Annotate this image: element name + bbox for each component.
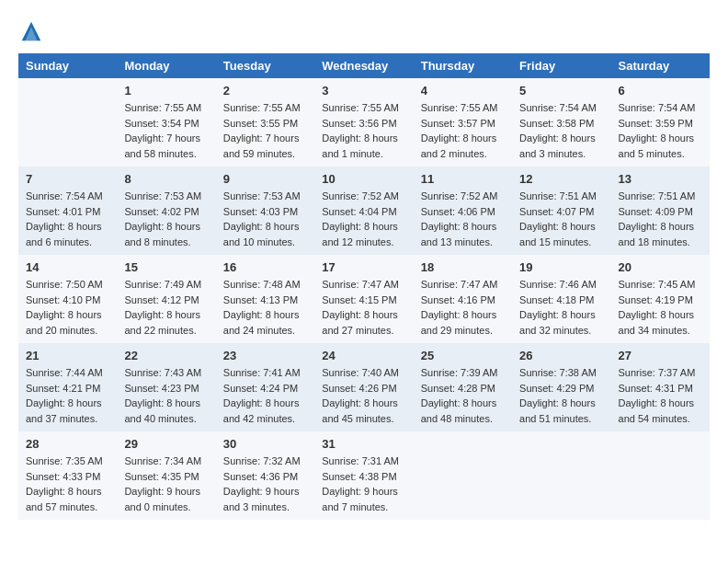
calendar-table: SundayMondayTuesdayWednesdayThursdayFrid… xyxy=(18,53,710,520)
column-header-wednesday: Wednesday xyxy=(314,53,413,78)
day-number: 10 xyxy=(322,172,405,186)
calendar-cell: 6Sunrise: 7:54 AMSunset: 3:59 PMDaylight… xyxy=(611,78,710,167)
calendar-header-row: SundayMondayTuesdayWednesdayThursdayFrid… xyxy=(18,53,710,78)
day-number: 26 xyxy=(519,349,603,362)
day-info: Sunrise: 7:48 AMSunset: 4:13 PMDaylight:… xyxy=(223,277,307,338)
column-header-tuesday: Tuesday xyxy=(216,53,314,78)
day-info: Sunrise: 7:32 AMSunset: 4:36 PMDaylight:… xyxy=(223,454,307,514)
day-info: Sunrise: 7:53 AMSunset: 4:03 PMDaylight:… xyxy=(223,189,307,249)
day-info: Sunrise: 7:54 AMSunset: 3:59 PMDaylight:… xyxy=(619,100,702,161)
day-number: 24 xyxy=(322,349,405,362)
day-info: Sunrise: 7:54 AMSunset: 3:58 PMDaylight:… xyxy=(519,100,603,161)
calendar-cell: 13Sunrise: 7:51 AMSunset: 4:09 PMDayligh… xyxy=(611,167,710,255)
day-info: Sunrise: 7:55 AMSunset: 3:57 PMDaylight:… xyxy=(421,100,505,161)
calendar-cell: 10Sunrise: 7:52 AMSunset: 4:04 PMDayligh… xyxy=(314,167,413,255)
calendar-cell: 5Sunrise: 7:54 AMSunset: 3:58 PMDaylight… xyxy=(512,78,610,167)
calendar-cell: 20Sunrise: 7:45 AMSunset: 4:19 PMDayligh… xyxy=(611,255,710,343)
day-info: Sunrise: 7:43 AMSunset: 4:23 PMDaylight:… xyxy=(124,365,208,426)
day-number: 9 xyxy=(223,172,307,186)
day-info: Sunrise: 7:50 AMSunset: 4:10 PMDaylight:… xyxy=(26,277,109,338)
day-info: Sunrise: 7:55 AMSunset: 3:54 PMDaylight:… xyxy=(124,100,208,161)
calendar-cell: 16Sunrise: 7:48 AMSunset: 4:13 PMDayligh… xyxy=(216,255,314,343)
day-number: 12 xyxy=(519,172,603,186)
page-header xyxy=(18,18,710,44)
day-number: 8 xyxy=(124,172,208,186)
day-info: Sunrise: 7:37 AMSunset: 4:31 PMDaylight:… xyxy=(619,365,702,426)
calendar-cell xyxy=(512,431,610,520)
day-info: Sunrise: 7:46 AMSunset: 4:18 PMDaylight:… xyxy=(519,277,603,338)
day-number: 13 xyxy=(619,172,702,186)
day-number: 22 xyxy=(124,349,208,362)
calendar-cell: 3Sunrise: 7:55 AMSunset: 3:56 PMDaylight… xyxy=(314,78,413,167)
calendar-cell: 8Sunrise: 7:53 AMSunset: 4:02 PMDaylight… xyxy=(117,167,215,255)
calendar-cell: 30Sunrise: 7:32 AMSunset: 4:36 PMDayligh… xyxy=(216,431,314,520)
column-header-thursday: Thursday xyxy=(414,53,512,78)
logo-icon xyxy=(18,18,44,44)
day-info: Sunrise: 7:54 AMSunset: 4:01 PMDaylight:… xyxy=(26,189,109,249)
week-row-2: 7Sunrise: 7:54 AMSunset: 4:01 PMDaylight… xyxy=(18,167,710,255)
day-number: 16 xyxy=(223,260,307,274)
calendar-cell: 18Sunrise: 7:47 AMSunset: 4:16 PMDayligh… xyxy=(414,255,512,343)
column-header-sunday: Sunday xyxy=(18,53,117,78)
day-number: 27 xyxy=(619,349,702,362)
day-number: 5 xyxy=(519,84,603,98)
calendar-cell xyxy=(414,431,512,520)
calendar-cell: 12Sunrise: 7:51 AMSunset: 4:07 PMDayligh… xyxy=(512,167,610,255)
day-info: Sunrise: 7:38 AMSunset: 4:29 PMDaylight:… xyxy=(519,365,603,426)
column-header-saturday: Saturday xyxy=(611,53,710,78)
day-number: 6 xyxy=(619,84,702,98)
week-row-5: 28Sunrise: 7:35 AMSunset: 4:33 PMDayligh… xyxy=(18,431,710,520)
calendar-cell: 9Sunrise: 7:53 AMSunset: 4:03 PMDaylight… xyxy=(216,167,314,255)
day-info: Sunrise: 7:45 AMSunset: 4:19 PMDaylight:… xyxy=(619,277,702,338)
calendar-cell: 2Sunrise: 7:55 AMSunset: 3:55 PMDaylight… xyxy=(216,78,314,167)
calendar-cell: 7Sunrise: 7:54 AMSunset: 4:01 PMDaylight… xyxy=(18,167,117,255)
column-header-friday: Friday xyxy=(512,53,610,78)
week-row-1: 1Sunrise: 7:55 AMSunset: 3:54 PMDaylight… xyxy=(18,78,710,167)
day-number: 21 xyxy=(26,349,109,362)
calendar-cell: 19Sunrise: 7:46 AMSunset: 4:18 PMDayligh… xyxy=(512,255,610,343)
day-number: 3 xyxy=(322,84,405,98)
day-info: Sunrise: 7:55 AMSunset: 3:56 PMDaylight:… xyxy=(322,100,405,161)
day-number: 7 xyxy=(26,172,109,186)
day-number: 30 xyxy=(223,437,307,451)
day-number: 29 xyxy=(124,437,208,451)
day-info: Sunrise: 7:51 AMSunset: 4:09 PMDaylight:… xyxy=(619,189,702,249)
day-number: 23 xyxy=(223,349,307,362)
calendar-cell: 21Sunrise: 7:44 AMSunset: 4:21 PMDayligh… xyxy=(18,343,117,431)
calendar-cell: 31Sunrise: 7:31 AMSunset: 4:38 PMDayligh… xyxy=(314,431,413,520)
day-info: Sunrise: 7:53 AMSunset: 4:02 PMDaylight:… xyxy=(124,189,208,249)
day-info: Sunrise: 7:39 AMSunset: 4:28 PMDaylight:… xyxy=(421,365,505,426)
day-info: Sunrise: 7:52 AMSunset: 4:04 PMDaylight:… xyxy=(322,189,405,249)
calendar-cell: 24Sunrise: 7:40 AMSunset: 4:26 PMDayligh… xyxy=(314,343,413,431)
calendar-cell xyxy=(611,431,710,520)
day-info: Sunrise: 7:52 AMSunset: 4:06 PMDaylight:… xyxy=(421,189,505,249)
day-info: Sunrise: 7:49 AMSunset: 4:12 PMDaylight:… xyxy=(124,277,208,338)
day-info: Sunrise: 7:31 AMSunset: 4:38 PMDaylight:… xyxy=(322,454,405,514)
calendar-cell: 27Sunrise: 7:37 AMSunset: 4:31 PMDayligh… xyxy=(611,343,710,431)
column-header-monday: Monday xyxy=(117,53,215,78)
day-info: Sunrise: 7:34 AMSunset: 4:35 PMDaylight:… xyxy=(124,454,208,514)
day-info: Sunrise: 7:44 AMSunset: 4:21 PMDaylight:… xyxy=(26,365,109,426)
calendar-cell: 11Sunrise: 7:52 AMSunset: 4:06 PMDayligh… xyxy=(414,167,512,255)
calendar-cell: 26Sunrise: 7:38 AMSunset: 4:29 PMDayligh… xyxy=(512,343,610,431)
week-row-3: 14Sunrise: 7:50 AMSunset: 4:10 PMDayligh… xyxy=(18,255,710,343)
day-number: 2 xyxy=(223,84,307,98)
day-number: 15 xyxy=(124,260,208,274)
day-info: Sunrise: 7:51 AMSunset: 4:07 PMDaylight:… xyxy=(519,189,603,249)
day-info: Sunrise: 7:41 AMSunset: 4:24 PMDaylight:… xyxy=(223,365,307,426)
day-number: 28 xyxy=(26,437,109,451)
day-info: Sunrise: 7:47 AMSunset: 4:15 PMDaylight:… xyxy=(322,277,405,338)
day-number: 25 xyxy=(421,349,505,362)
day-number: 11 xyxy=(421,172,505,186)
day-info: Sunrise: 7:35 AMSunset: 4:33 PMDaylight:… xyxy=(26,454,109,514)
calendar-cell: 4Sunrise: 7:55 AMSunset: 3:57 PMDaylight… xyxy=(414,78,512,167)
logo xyxy=(18,18,48,44)
calendar-cell: 22Sunrise: 7:43 AMSunset: 4:23 PMDayligh… xyxy=(117,343,215,431)
day-info: Sunrise: 7:47 AMSunset: 4:16 PMDaylight:… xyxy=(421,277,505,338)
day-number: 31 xyxy=(322,437,405,451)
day-info: Sunrise: 7:40 AMSunset: 4:26 PMDaylight:… xyxy=(322,365,405,426)
day-info: Sunrise: 7:55 AMSunset: 3:55 PMDaylight:… xyxy=(223,100,307,161)
day-number: 20 xyxy=(619,260,702,274)
day-number: 18 xyxy=(421,260,505,274)
day-number: 1 xyxy=(124,84,208,98)
